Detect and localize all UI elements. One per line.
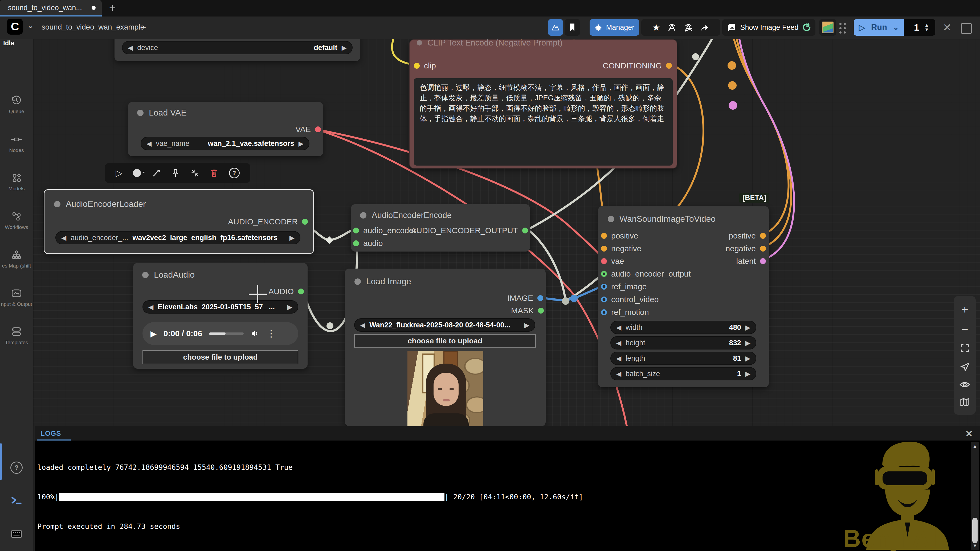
widget-next-icon[interactable]: ▶ (342, 44, 347, 52)
audio-file-widget[interactable]: ◀ ElevenLabs_2025-01-05T15_57_ ... ▶ (142, 300, 298, 314)
player-menu-icon[interactable]: ⋮ (267, 328, 275, 339)
ref-image-input-dot[interactable] (601, 284, 607, 290)
audio-output-dot[interactable] (298, 289, 304, 294)
vae-output-dot[interactable] (315, 126, 321, 132)
sidebar-item-nodes-map[interactable]: es Map (shift (0, 249, 33, 269)
positive-output-slot[interactable]: positive (729, 231, 766, 240)
node-clip-text-encode-negative[interactable]: CLIP Text Encode (Negative Prompt) clip … (409, 40, 677, 168)
widget-next-icon[interactable]: ▶ (299, 140, 304, 148)
share-arrow-icon[interactable] (700, 23, 709, 32)
bookmark-button[interactable] (565, 19, 580, 36)
widget-prev-icon[interactable]: ◀ (616, 354, 621, 362)
workflow-tab[interactable]: sound_to_video_wan... (0, 0, 102, 16)
player-play-icon[interactable]: ▶ (151, 329, 157, 338)
node-color-icon[interactable] (133, 169, 141, 177)
widget-next-icon[interactable]: ▶ (287, 303, 293, 311)
node-audio-encoder-encode[interactable]: AudioEncoderEncode audio_encoder AUDIO_E… (351, 204, 530, 252)
volume-icon[interactable] (251, 330, 259, 338)
node-load-vae[interactable]: Load VAE VAE ◀ vae_name wan_2.1_vae.safe… (128, 102, 323, 156)
node-graph-canvas[interactable]: ◀ device default ▶ CLIP Text Encode (Neg… (33, 39, 980, 426)
positive-input-dot[interactable] (601, 233, 607, 239)
widget-prev-icon[interactable]: ◀ (61, 234, 66, 242)
drag-handle[interactable] (839, 23, 846, 33)
mask-output-slot[interactable]: MASK (511, 306, 544, 315)
audio-encoder-output-slot[interactable]: AUDIO_ENCODER (228, 217, 308, 226)
device-widget[interactable]: ◀ device default ▶ (122, 41, 353, 54)
widget-prev-icon[interactable]: ◀ (128, 44, 133, 52)
ref-image-input-slot[interactable]: ref_image (601, 282, 647, 291)
vae-name-widget[interactable]: ◀ vae_name wan_2.1_vae.safetensors ▶ (141, 137, 309, 150)
link-style-crossed-icon[interactable] (684, 23, 693, 32)
sidebar-item-shortcuts[interactable] (0, 529, 33, 539)
logs-tab[interactable]: LOGS (40, 429, 61, 438)
conditioning-output-slot[interactable]: CONDITIONING (603, 61, 672, 70)
node-help-icon[interactable]: ? (229, 168, 240, 178)
audio-encoder-input-dot[interactable] (353, 227, 359, 233)
comfyui-logo[interactable]: C (7, 19, 23, 35)
mask-output-dot[interactable] (538, 308, 544, 314)
delete-icon[interactable] (210, 168, 218, 178)
minimap-icon[interactable] (959, 397, 970, 407)
widget-prev-icon[interactable]: ◀ (146, 140, 151, 148)
batch-count-box[interactable]: 1 ▲ ▼ (904, 19, 935, 36)
widget-prev-icon[interactable]: ◀ (148, 303, 153, 311)
node-load-audio[interactable]: LoadAudio AUDIO ◀ ElevenLabs_2025-01-05T… (133, 263, 307, 368)
collapse-icon[interactable] (190, 168, 199, 178)
toggle-visibility-icon[interactable] (959, 380, 970, 389)
widget-next-icon[interactable]: ▶ (745, 339, 751, 347)
control-video-input-slot[interactable]: control_video (601, 295, 659, 304)
pin-icon[interactable] (172, 168, 180, 178)
new-tab-button[interactable]: + (106, 2, 119, 14)
audio-encoder-output-input-slot[interactable]: audio_encoder_output (601, 269, 691, 278)
height-widget[interactable]: ◀ height 832 ▶ (610, 336, 756, 349)
clip-input-dot[interactable] (414, 63, 420, 69)
audio-upload-button[interactable]: choose file to upload (142, 350, 298, 364)
show-image-feed-button[interactable]: Show Image Feed (722, 19, 815, 36)
negative-output-dot[interactable] (760, 246, 766, 252)
star-icon[interactable]: ★ (652, 22, 660, 33)
widget-prev-icon[interactable]: ◀ (616, 370, 621, 378)
latent-output-slot[interactable]: latent (736, 257, 766, 266)
zoom-in-icon[interactable]: + (961, 304, 968, 316)
widget-next-icon[interactable]: ▶ (745, 324, 751, 332)
sidebar-item-input-output[interactable]: nput & Output (0, 287, 33, 307)
audio-encoder-output-input-dot[interactable] (601, 271, 607, 277)
image-output-slot[interactable]: IMAGE (508, 294, 543, 303)
node-partial-device[interactable]: ◀ device default ▶ (115, 39, 360, 61)
count-up-icon[interactable]: ▲ (924, 23, 929, 27)
vae-input-slot[interactable]: vae (601, 257, 624, 266)
widget-prev-icon[interactable]: ◀ (360, 321, 365, 329)
stop-button[interactable] (961, 23, 972, 34)
node-wan-sound-image-to-video[interactable]: WanSoundImageToVideo positive negative v… (598, 206, 769, 387)
select-mode-icon[interactable] (959, 362, 970, 372)
negative-prompt-textarea[interactable]: 色调艳丽，过曝，静态，细节模糊不清，字幕，风格，作品，画作，画面，静止，整体发灰… (414, 78, 673, 165)
ref-motion-input-slot[interactable]: ref_motion (601, 308, 649, 317)
control-video-input-dot[interactable] (601, 297, 607, 302)
vae-input-dot[interactable] (601, 258, 607, 264)
run-node-icon[interactable]: ▷ (116, 168, 122, 178)
sidebar-item-terminal[interactable] (0, 495, 33, 506)
audio-encoder-output-dot[interactable] (302, 219, 308, 225)
logs-scrollbar[interactable]: ▲ ▼ (971, 441, 979, 550)
image-output-dot[interactable] (538, 295, 543, 301)
canvas-theme-button[interactable] (548, 19, 563, 36)
widget-prev-icon[interactable]: ◀ (616, 339, 621, 347)
negative-input-dot[interactable] (601, 246, 607, 252)
vae-output-slot[interactable]: VAE (295, 125, 321, 134)
scroll-up-icon[interactable]: ▲ (971, 441, 979, 451)
widget-prev-icon[interactable]: ◀ (616, 324, 621, 332)
widget-next-icon[interactable]: ▶ (290, 234, 294, 242)
clip-input-slot[interactable]: clip (414, 61, 436, 70)
interrupt-button[interactable]: ✕ (943, 21, 952, 33)
node-collapse-icon[interactable] (417, 40, 422, 46)
image-preview-button[interactable] (819, 19, 836, 36)
sidebar-item-nodes[interactable]: Nodes (0, 133, 33, 153)
audio-output-slot[interactable]: AUDIO (269, 287, 304, 296)
widget-next-icon[interactable]: ▶ (745, 354, 751, 362)
audio-encoder-widget[interactable]: ◀ audio_encoder_... wav2vec2_large_engli… (56, 231, 301, 245)
positive-input-slot[interactable]: positive (601, 231, 638, 240)
player-progress[interactable] (209, 332, 243, 335)
batch-size-widget[interactable]: ◀ batch_size 1 ▶ (610, 367, 756, 380)
workflow-chevron-down-icon[interactable]: ⌄ (142, 21, 148, 30)
widget-next-icon[interactable]: ▶ (524, 321, 530, 329)
